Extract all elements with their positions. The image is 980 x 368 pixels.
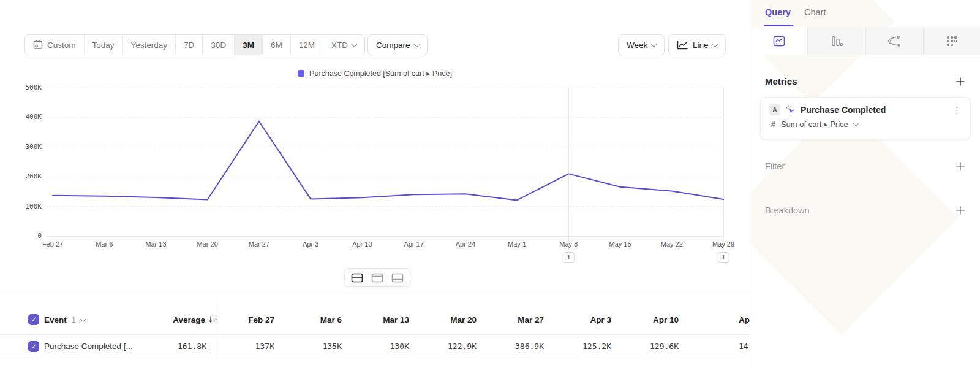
- panel-tab-bar: Query Chart: [750, 0, 980, 27]
- layout-split-view-button[interactable]: [350, 271, 364, 285]
- x-axis-tick-label: May 1: [496, 240, 538, 248]
- range-today[interactable]: Today: [85, 35, 123, 55]
- metric-card-title-row: A Purchase Completed ⋮: [769, 104, 962, 115]
- range-7d[interactable]: 7D: [176, 35, 203, 55]
- x-axis-tick-label: Apr 24: [444, 240, 487, 248]
- annotation-badge[interactable]: 1: [718, 252, 729, 263]
- chart-only-icon: [371, 273, 383, 283]
- y-axis-tick-label: 500K: [10, 83, 42, 91]
- metric-property-row[interactable]: # Sum of cart ▸ Price: [769, 120, 962, 129]
- tab-insights[interactable]: [750, 27, 807, 55]
- date-cell-value: 129.6K: [617, 335, 679, 358]
- funnels-icon: [830, 35, 843, 47]
- metric-card[interactable]: A Purchase Completed ⋮ # Sum of cart ▸ P…: [760, 97, 971, 140]
- insights-icon: [772, 35, 786, 47]
- range-3m[interactable]: 3M: [235, 35, 263, 55]
- x-axis-tick-label: Mar 20: [186, 240, 229, 248]
- tab-chart[interactable]: Chart: [804, 7, 826, 17]
- breakdown-section-header: Breakdown: [765, 205, 965, 215]
- layout-table-only-button[interactable]: [390, 271, 405, 285]
- chart-type-button[interactable]: Line: [668, 34, 726, 55]
- breakdown-table: ✓ Event 1 Average Feb 27Mar 6Mar 13Mar 2…: [0, 294, 750, 368]
- metric-property: Sum of cart ▸ Price: [781, 120, 848, 129]
- date-column-header: Feb 27: [213, 305, 274, 334]
- metrics-title: Metrics: [765, 76, 797, 86]
- x-axis-tick-label: Mar 6: [83, 240, 126, 248]
- date-column-header: Apr 3: [550, 305, 611, 334]
- query-builder-panel: Query Chart: [750, 0, 980, 368]
- range-12m[interactable]: 12M: [291, 35, 323, 55]
- report-main-area: Custom Today Yesterday 7D 30D 3M 6M 12M …: [0, 0, 750, 368]
- split-view-icon: [351, 273, 363, 283]
- compare-button[interactable]: Compare: [368, 34, 428, 55]
- row-checkbox[interactable]: ✓: [28, 341, 39, 352]
- filter-section-header: Filter: [765, 161, 965, 171]
- add-metric-button[interactable]: [956, 77, 965, 86]
- chart-type-tabs: [750, 27, 980, 55]
- row-average-value: 161.8K: [145, 335, 206, 358]
- x-axis-tick-label: Mar 27: [238, 240, 281, 248]
- y-axis-tick-label: 400K: [10, 113, 42, 121]
- granularity-button[interactable]: Week: [618, 34, 665, 55]
- chevron-down-icon: [413, 41, 420, 47]
- range-6m[interactable]: 6M: [263, 35, 291, 55]
- legend-swatch: [298, 70, 304, 77]
- add-breakdown-button[interactable]: [956, 205, 965, 215]
- date-column-header: Mar 20: [415, 305, 477, 334]
- tab-funnels[interactable]: [807, 27, 865, 55]
- range-xtd[interactable]: XTD: [323, 35, 364, 55]
- x-axis-tick-label: Mar 13: [134, 240, 177, 248]
- active-tab-underline: [764, 25, 793, 26]
- date-cell-value: 122.9K: [415, 335, 477, 358]
- retention-icon: [945, 35, 959, 47]
- x-axis-tick-label: May 15: [599, 240, 642, 248]
- range-label: Custom: [47, 40, 76, 50]
- analytics-report-app: Custom Today Yesterday 7D 30D 3M 6M 12M …: [0, 0, 980, 368]
- range-30d[interactable]: 30D: [203, 35, 235, 55]
- chevron-down-icon: [651, 41, 657, 47]
- table-row-event: ✓ Purchase Completed [...: [28, 335, 133, 358]
- x-axis-tick-label: May 8: [547, 240, 590, 248]
- chart-series-line[interactable]: [53, 121, 723, 201]
- date-cell-value: 14: [739, 335, 750, 358]
- range-yesterday[interactable]: Yesterday: [123, 35, 176, 55]
- tab-retention[interactable]: [923, 27, 980, 55]
- average-column-header[interactable]: Average: [141, 305, 217, 334]
- metric-badge: A: [769, 104, 780, 115]
- table-row: ✓ Purchase Completed [... 161.8K 137K135…: [0, 335, 750, 358]
- layout-chart-only-button[interactable]: [370, 271, 385, 285]
- y-axis-tick-label: 100K: [10, 202, 42, 210]
- date-column-header: Mar 13: [348, 305, 409, 334]
- date-column-header: Mar 6: [281, 305, 342, 334]
- number-property-icon: #: [771, 120, 775, 129]
- kebab-menu-icon[interactable]: ⋮: [952, 105, 962, 115]
- y-axis-tick-label: 0: [10, 232, 42, 240]
- event-sparkle-icon: [785, 105, 796, 115]
- tab-query[interactable]: Query: [765, 7, 791, 17]
- range-custom[interactable]: Custom: [25, 35, 85, 55]
- metrics-section-header: Metrics: [765, 76, 965, 86]
- chevron-down-icon[interactable]: [80, 316, 86, 322]
- x-axis-tick-label: May 29: [702, 240, 745, 248]
- chevron-down-icon: [712, 41, 718, 47]
- table-header-row: ✓ Event 1 Average Feb 27Mar 6Mar 13Mar 2…: [0, 305, 750, 335]
- chart-legend[interactable]: Purchase Completed [Sum of cart ▸ Price]: [0, 69, 750, 78]
- metric-name: Purchase Completed: [801, 105, 948, 115]
- add-filter-button[interactable]: [956, 161, 965, 171]
- flows-icon: [888, 35, 901, 47]
- select-all-checkbox[interactable]: ✓: [28, 314, 39, 325]
- date-column-header: Mar 27: [483, 305, 544, 334]
- layout-toggle-group: [344, 268, 410, 287]
- chevron-down-icon: [853, 120, 859, 126]
- x-axis-tick-label: Apr 10: [341, 240, 383, 248]
- x-axis-tick-label: Apr 17: [393, 240, 435, 248]
- annotation-badge[interactable]: 1: [563, 252, 575, 263]
- y-axis-tick-label: 200K: [10, 172, 42, 180]
- tab-flows[interactable]: [865, 27, 923, 55]
- legend-label: Purchase Completed [Sum of cart ▸ Price]: [309, 69, 452, 78]
- calendar-icon: [33, 40, 43, 50]
- chevron-down-icon: [351, 41, 357, 47]
- date-cell-value: 137K: [213, 335, 274, 358]
- x-axis-tick-label: Apr 3: [289, 240, 332, 248]
- date-cell-value: 135K: [281, 335, 342, 358]
